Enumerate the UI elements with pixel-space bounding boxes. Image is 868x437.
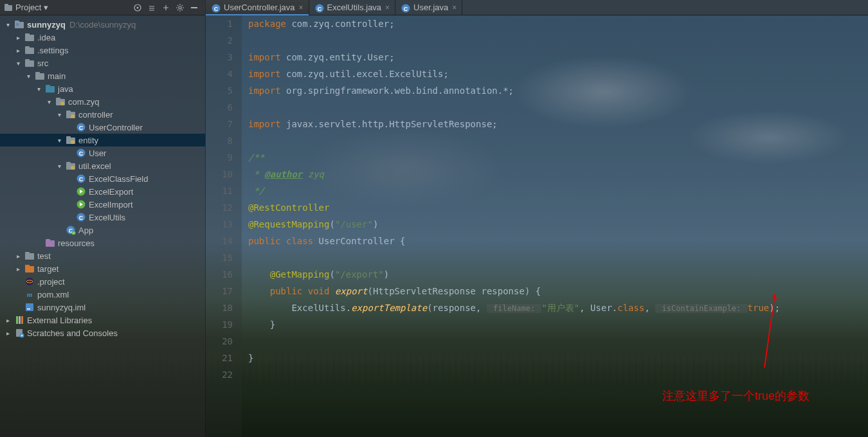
code-line[interactable]: /** bbox=[248, 149, 868, 166]
chevron-down-icon[interactable]: ▾ bbox=[55, 111, 63, 118]
tree-label: main bbox=[48, 71, 66, 81]
tree-row-pom-xml[interactable]: mpom.xml bbox=[0, 288, 205, 301]
tree-row-usercontroller[interactable]: CUserController bbox=[0, 121, 205, 134]
tree-row-java[interactable]: ▾java bbox=[0, 82, 205, 95]
code-line[interactable] bbox=[248, 32, 868, 49]
tree-row-sunnyzyq-iml[interactable]: sunnyzyq.iml bbox=[0, 301, 205, 314]
code-line[interactable]: * @author zyq bbox=[248, 166, 868, 183]
code-content[interactable]: package com.zyq.controller;import com.zy… bbox=[242, 15, 868, 437]
tree-row-main[interactable]: ▾main bbox=[0, 69, 205, 82]
tree-row-test[interactable]: ▸test bbox=[0, 249, 205, 262]
svg-rect-49 bbox=[25, 265, 30, 267]
tree-row-resources[interactable]: resources bbox=[0, 236, 205, 249]
editor-tab-excelutils-java[interactable]: CExcelUtils.java× bbox=[309, 0, 396, 15]
svg-text:C: C bbox=[79, 150, 84, 157]
code-line[interactable] bbox=[248, 132, 868, 149]
tree-row-src[interactable]: ▾src bbox=[0, 57, 205, 69]
tree-row-excelexport[interactable]: ExcelExport bbox=[0, 185, 205, 198]
lib-icon bbox=[14, 315, 24, 325]
code-line[interactable]: public class UserController { bbox=[248, 233, 868, 249]
code-line[interactable]: import com.zyq.entity.User; bbox=[248, 49, 868, 66]
code-line[interactable] bbox=[248, 366, 868, 383]
code-line[interactable]: } bbox=[248, 316, 868, 333]
tree-row-excelutils[interactable]: CExcelUtils bbox=[0, 211, 205, 224]
close-icon[interactable]: × bbox=[299, 3, 303, 12]
tree-label: App bbox=[78, 226, 93, 235]
token-p: ; bbox=[443, 69, 448, 79]
code-line[interactable] bbox=[248, 249, 868, 266]
tree-row-com-zyq[interactable]: ▾com.zyq bbox=[0, 95, 205, 108]
code-line[interactable]: import org.springframework.web.bind.anno… bbox=[248, 82, 868, 99]
chevron-down-icon[interactable]: ▾ bbox=[4, 21, 12, 28]
token-p: ) bbox=[373, 219, 378, 229]
tree-row-controller[interactable]: ▾controller bbox=[0, 108, 205, 121]
tree-row-target[interactable]: ▸target bbox=[0, 262, 205, 275]
code-line[interactable]: ExcelUtils.exportTemplate(response, file… bbox=[248, 299, 868, 316]
tree-row--project[interactable]: .project bbox=[0, 275, 205, 288]
code-line[interactable]: @RequestMapping("/user") bbox=[248, 216, 868, 233]
tree-row--idea[interactable]: ▸.idea bbox=[0, 31, 205, 44]
chevron-right-icon[interactable]: ▸ bbox=[14, 252, 22, 260]
close-icon[interactable]: × bbox=[452, 3, 457, 12]
src-icon bbox=[45, 84, 55, 94]
code-line[interactable]: import javax.servlet.http.HttpServletRes… bbox=[248, 116, 868, 132]
chevron-right-icon[interactable]: ▸ bbox=[14, 46, 22, 54]
token-k: public void bbox=[270, 286, 335, 296]
eclipse-icon bbox=[24, 276, 35, 287]
chevron-right-icon[interactable]: ▸ bbox=[4, 316, 12, 324]
close-icon[interactable]: × bbox=[385, 3, 390, 12]
line-number: 21 bbox=[206, 350, 233, 366]
chevron-down-icon[interactable]: ▾ bbox=[24, 72, 32, 80]
token-n: org.springframework.web.bind.annotation.… bbox=[286, 85, 509, 96]
line-number: 1 bbox=[206, 15, 233, 32]
code-line[interactable]: */ bbox=[248, 183, 868, 199]
target-icon bbox=[24, 263, 35, 274]
chevron-down-icon[interactable]: ▾ bbox=[55, 162, 63, 170]
tree-row-app[interactable]: CApp bbox=[0, 224, 205, 236]
chevron-down-icon[interactable]: ▾ bbox=[45, 98, 53, 105]
chevron-right-icon[interactable]: ▸ bbox=[14, 265, 22, 272]
chevron-down-icon[interactable]: ▾ bbox=[35, 85, 42, 93]
line-number: 12 bbox=[206, 199, 233, 216]
code-area[interactable]: 12345678910111213141516171819202122 pack… bbox=[206, 15, 868, 437]
tree-row-excelimport[interactable]: ExcelImport bbox=[0, 198, 205, 211]
collapse-all-icon[interactable] bbox=[159, 1, 173, 15]
folder-icon bbox=[24, 45, 35, 55]
locate-icon[interactable] bbox=[131, 1, 145, 15]
project-tree[interactable]: ▾sunnyzyqD:\code\sunnyzyq▸.idea▸.setting… bbox=[0, 15, 205, 437]
chevron-down-icon[interactable]: ▾ bbox=[55, 136, 63, 144]
tree-row-excelclassfield[interactable]: CExcelClassField bbox=[0, 172, 205, 185]
project-view-selector[interactable]: Project ▾ bbox=[4, 3, 131, 12]
token-hint: fileName: bbox=[487, 304, 541, 313]
svg-rect-7 bbox=[15, 21, 19, 22]
tree-row--settings[interactable]: ▸.settings bbox=[0, 44, 205, 57]
code-line[interactable] bbox=[248, 99, 868, 116]
editor-tab-usercontroller-java[interactable]: CUserController.java× bbox=[206, 0, 309, 15]
code-line[interactable]: package com.zyq.controller; bbox=[248, 15, 868, 32]
class-icon: C bbox=[76, 148, 86, 158]
gear-icon[interactable] bbox=[173, 1, 187, 15]
tree-row-entity[interactable]: ▾entity bbox=[0, 134, 205, 147]
code-line[interactable]: @GetMapping("/export") bbox=[248, 266, 868, 283]
editor-tab-user-java[interactable]: CUser.java× bbox=[395, 0, 462, 15]
chevron-right-icon[interactable]: ▸ bbox=[4, 329, 12, 337]
token-s: "用户表" bbox=[541, 303, 579, 313]
code-line[interactable]: } bbox=[248, 350, 868, 366]
chevron-right-icon[interactable]: ▸ bbox=[14, 33, 22, 41]
tree-row-scratches-and-consoles[interactable]: ▸Scratches and Consoles bbox=[0, 326, 205, 339]
code-line[interactable]: public void export(HttpServletResponse r… bbox=[248, 283, 868, 299]
chevron-down-icon[interactable]: ▾ bbox=[14, 59, 22, 67]
tree-row-user[interactable]: CUser bbox=[0, 147, 205, 159]
tree-label: .settings bbox=[37, 46, 68, 55]
maven-icon: m bbox=[24, 289, 35, 299]
code-line[interactable] bbox=[248, 333, 868, 350]
token-cb: @author bbox=[264, 169, 302, 179]
code-line[interactable]: import com.zyq.util.excel.ExcelUtils; bbox=[248, 66, 868, 82]
tree-row-external-libraries[interactable]: ▸External Libraries bbox=[0, 314, 205, 326]
hide-icon[interactable] bbox=[187, 1, 201, 15]
expand-all-icon[interactable] bbox=[145, 1, 159, 15]
token-p: ; bbox=[509, 85, 514, 96]
code-line[interactable]: @RestController bbox=[248, 199, 868, 216]
tree-row-sunnyzyq[interactable]: ▾sunnyzyqD:\code\sunnyzyq bbox=[0, 18, 205, 31]
tree-row-util-excel[interactable]: ▾util.excel bbox=[0, 159, 205, 172]
